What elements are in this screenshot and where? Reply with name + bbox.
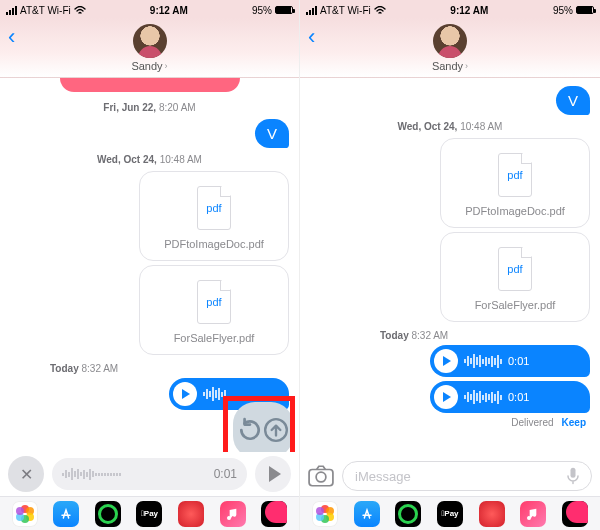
conversation-header: ‹ Sandy › (300, 18, 600, 78)
pdf-file-icon: pdf (197, 280, 231, 324)
audio-message-bubble[interactable]: 0:01 (430, 381, 590, 413)
delivered-label: Delivered (511, 417, 553, 428)
cancel-recording-button[interactable]: ✕ (8, 456, 44, 492)
partial-bubble (60, 78, 240, 92)
clock-label: 9:12 AM (450, 5, 488, 16)
appstore-icon (359, 506, 375, 522)
imessage-app-dock: Pay (300, 496, 600, 530)
app-target[interactable] (395, 501, 421, 527)
recording-pill: 0:01 (52, 458, 247, 490)
play-icon (443, 392, 451, 402)
signal-icon (306, 6, 317, 15)
play-icon (443, 356, 451, 366)
attachment-bubble[interactable]: pdf ForSaleFlyer.pdf (139, 265, 289, 355)
app-store[interactable] (53, 501, 79, 527)
chevron-right-icon: › (465, 61, 468, 71)
music-note-icon (225, 506, 241, 522)
timestamp: Wed, Oct 24, 10:48 AM (10, 154, 289, 165)
app-music[interactable] (520, 501, 546, 527)
timestamp: Fri, Jun 22, 8:20 AM (10, 102, 289, 113)
message-input[interactable]: iMessage (342, 461, 592, 491)
conversation-header: ‹ Sandy › (0, 18, 299, 78)
app-red[interactable] (178, 501, 204, 527)
screenshot-right: AT&T Wi-Fi 9:12 AM 95% ‹ Sandy › V Wed, … (300, 0, 600, 530)
wifi-icon (374, 6, 386, 15)
battery-icon (576, 6, 594, 14)
status-bar: AT&T Wi-Fi 9:12 AM 95% (300, 0, 600, 18)
message-bubble[interactable]: V (556, 86, 590, 115)
svg-point-2 (316, 472, 326, 482)
play-icon (182, 389, 190, 399)
app-apple-pay[interactable]: Pay (437, 501, 463, 527)
app-photos[interactable] (12, 501, 38, 527)
back-button[interactable]: ‹ (308, 26, 315, 48)
contact-name-button[interactable]: Sandy › (432, 60, 468, 72)
attachment-filename: ForSaleFlyer.pdf (475, 299, 556, 311)
waveform-icon (62, 468, 206, 480)
battery-pct: 95% (252, 5, 272, 16)
play-button[interactable] (434, 349, 458, 373)
imessage-app-dock: Pay (0, 496, 299, 530)
waveform-icon (464, 352, 502, 370)
timestamp-inline: Today 8:32 AM (50, 363, 289, 374)
app-heart[interactable] (261, 501, 287, 527)
screenshot-left: AT&T Wi-Fi 9:12 AM 95% ‹ Sandy › Fri, Ju… (0, 0, 300, 530)
back-button[interactable]: ‹ (8, 26, 15, 48)
recording-duration: 0:01 (214, 467, 237, 481)
play-button[interactable] (173, 382, 197, 406)
attachment-bubble[interactable]: pdf PDFtoImageDoc.pdf (139, 171, 289, 261)
attachment-filename: PDFtoImageDoc.pdf (465, 205, 565, 217)
keep-button[interactable]: Keep (562, 417, 586, 428)
svg-rect-3 (571, 468, 576, 478)
carrier-label: AT&T Wi-Fi (320, 5, 371, 16)
attachment-filename: PDFtoImageDoc.pdf (164, 238, 264, 250)
clock-label: 9:12 AM (150, 5, 188, 16)
play-button[interactable] (434, 385, 458, 409)
play-icon (269, 466, 281, 482)
wifi-icon (74, 6, 86, 15)
close-icon: ✕ (20, 465, 33, 484)
avatar[interactable] (433, 24, 467, 58)
contact-name-label: Sandy (432, 60, 463, 72)
app-target[interactable] (95, 501, 121, 527)
appstore-icon (58, 506, 74, 522)
status-bar: AT&T Wi-Fi 9:12 AM 95% (0, 0, 299, 18)
battery-icon (275, 6, 293, 14)
audio-message-bubble[interactable]: 0:01 (430, 345, 590, 377)
pdf-file-icon: pdf (197, 186, 231, 230)
contact-name-button[interactable]: Sandy › (131, 60, 167, 72)
attachment-bubble[interactable]: pdf PDFtoImageDoc.pdf (440, 138, 590, 228)
signal-icon (6, 6, 17, 15)
app-apple-pay[interactable]: Pay (136, 501, 162, 527)
carrier-label: AT&T Wi-Fi (20, 5, 71, 16)
camera-icon[interactable] (308, 465, 334, 487)
contact-name-label: Sandy (131, 60, 162, 72)
audio-duration: 0:01 (508, 355, 529, 367)
app-heart[interactable] (562, 501, 588, 527)
avatar[interactable] (133, 24, 167, 58)
message-input-bar: iMessage (300, 456, 600, 496)
microphone-icon[interactable] (563, 466, 583, 486)
timestamp: Wed, Oct 24, 10:48 AM (310, 121, 590, 132)
message-status-row: Delivered Keep (310, 417, 590, 428)
attachment-filename: ForSaleFlyer.pdf (174, 332, 255, 344)
timestamp-inline: Today 8:32 AM (380, 330, 590, 341)
battery-pct: 95% (553, 5, 573, 16)
attachment-bubble[interactable]: pdf ForSaleFlyer.pdf (440, 232, 590, 322)
play-recording-button[interactable] (255, 456, 291, 492)
pdf-file-icon: pdf (498, 153, 532, 197)
message-bubble[interactable]: V (255, 119, 289, 148)
app-red[interactable] (479, 501, 505, 527)
pdf-file-icon: pdf (498, 247, 532, 291)
app-store[interactable] (354, 501, 380, 527)
chevron-right-icon: › (165, 61, 168, 71)
audio-duration: 0:01 (508, 391, 529, 403)
waveform-icon (464, 388, 502, 406)
app-music[interactable] (220, 501, 246, 527)
audio-record-tray: ✕ 0:01 (0, 452, 299, 496)
input-placeholder: iMessage (355, 469, 411, 484)
music-note-icon (525, 506, 541, 522)
app-photos[interactable] (312, 501, 338, 527)
